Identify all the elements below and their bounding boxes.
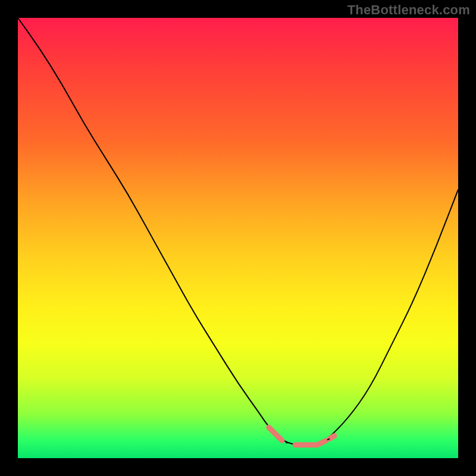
curve-svg bbox=[18, 18, 458, 458]
bottleneck-curve bbox=[18, 18, 458, 445]
watermark-text: TheBottleneck.com bbox=[347, 2, 470, 18]
svg-line-2 bbox=[327, 439, 330, 440]
svg-line-1 bbox=[330, 436, 334, 439]
accent-highlight bbox=[269, 427, 334, 445]
chart-frame: TheBottleneck.com bbox=[0, 0, 476, 476]
plot-area bbox=[18, 18, 458, 458]
